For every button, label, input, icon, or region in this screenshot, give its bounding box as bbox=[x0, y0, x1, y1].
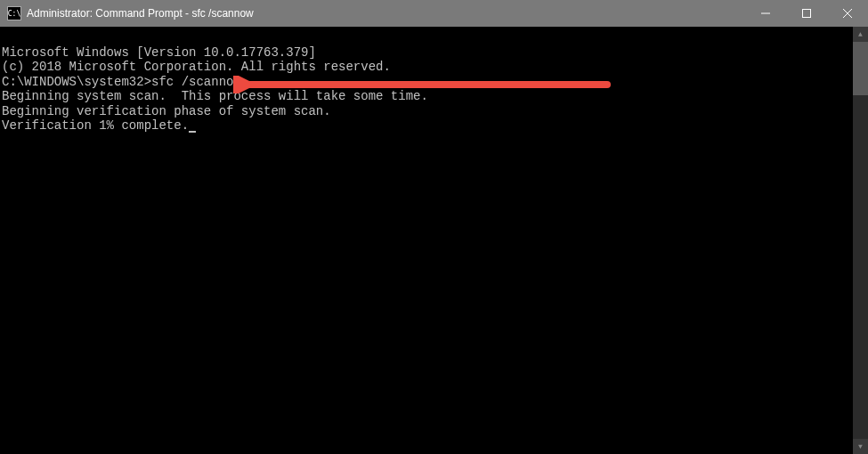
minimize-icon bbox=[761, 9, 770, 18]
terminal-output[interactable]: Microsoft Windows [Version 10.0.17763.37… bbox=[0, 27, 853, 454]
scrollbar-down-button[interactable]: ▼ bbox=[853, 439, 868, 454]
window-title: Administrator: Command Prompt - sfc /sca… bbox=[27, 7, 745, 20]
copyright-line: (c) 2018 Microsoft Corporation. All righ… bbox=[2, 60, 853, 75]
scrollbar-up-button[interactable]: ▲ bbox=[853, 27, 868, 42]
vertical-scrollbar[interactable]: ▲ ▼ bbox=[853, 27, 868, 454]
maximize-button[interactable] bbox=[786, 0, 827, 27]
scan-begin-line: Beginning system scan. This process will… bbox=[2, 89, 853, 104]
svg-rect-1 bbox=[803, 10, 811, 18]
close-icon bbox=[843, 9, 852, 18]
window-titlebar: C:\ Administrator: Command Prompt - sfc … bbox=[0, 0, 868, 27]
scrollbar-thumb[interactable] bbox=[853, 42, 868, 95]
cmd-icon: C:\ bbox=[7, 6, 21, 20]
version-line: Microsoft Windows [Version 10.0.17763.37… bbox=[2, 45, 853, 61]
progress-line: Verification 1% complete. bbox=[2, 118, 853, 134]
close-button[interactable] bbox=[827, 0, 868, 27]
terminal-cursor bbox=[189, 131, 196, 133]
verification-begin-line: Beginning verification phase of system s… bbox=[2, 104, 853, 119]
minimize-button[interactable] bbox=[745, 0, 786, 27]
window-controls bbox=[745, 0, 868, 27]
maximize-icon bbox=[802, 9, 811, 18]
prompt-line: C:\WINDOWS\system32>sfc /scannow bbox=[2, 75, 853, 90]
